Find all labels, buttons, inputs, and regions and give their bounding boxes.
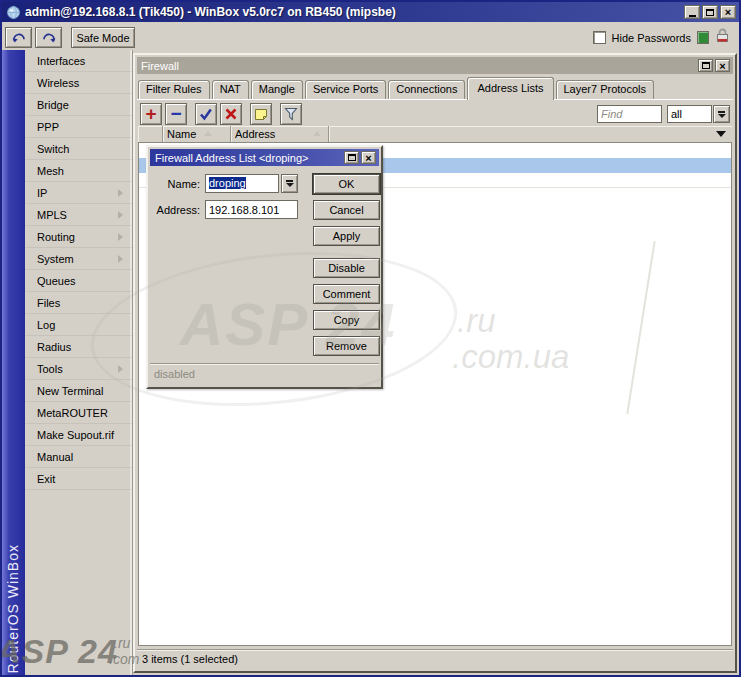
comment-button[interactable]	[250, 103, 272, 125]
menu-label: Manual	[37, 451, 73, 463]
menu-label: New Terminal	[37, 385, 103, 397]
dialog-close-button[interactable]: ×	[361, 151, 376, 164]
sidebar-item-system[interactable]: System	[25, 248, 132, 270]
sidebar-item-exit[interactable]: Exit	[25, 468, 132, 490]
enable-button[interactable]	[195, 103, 217, 125]
sort-asc-icon	[313, 131, 321, 136]
restore-icon	[348, 154, 356, 161]
minimize-icon	[689, 15, 696, 17]
menu-label: Wireless	[37, 77, 79, 89]
tab-service-ports[interactable]: Service Ports	[305, 80, 386, 99]
list-filter-dropdown-button[interactable]	[713, 105, 730, 123]
close-icon: ×	[725, 7, 731, 17]
sidebar-brand-strip: RouterOS WinBox	[2, 50, 25, 675]
sidebar-menu: Interfaces Wireless Bridge PPP Switch Me…	[25, 50, 133, 675]
sort-asc-icon	[204, 131, 212, 136]
firewall-restore-button[interactable]	[698, 59, 713, 72]
disable-button[interactable]	[220, 103, 242, 125]
column-picker-icon[interactable]	[716, 131, 726, 137]
hide-passwords-label: Hide Passwords	[612, 32, 691, 44]
name-dropdown-button[interactable]	[281, 174, 298, 193]
sidebar-item-new-terminal[interactable]: New Terminal	[25, 380, 132, 402]
sidebar-item-mesh[interactable]: Mesh	[25, 160, 132, 182]
cancel-button[interactable]: Cancel	[313, 200, 380, 220]
address-label: Address:	[152, 204, 200, 216]
tab-mangle[interactable]: Mangle	[251, 80, 303, 99]
copy-button[interactable]: Copy	[313, 310, 380, 330]
firewall-close-button[interactable]: ×	[715, 59, 730, 72]
list-filter-select[interactable]: all	[667, 105, 712, 123]
sidebar-item-routing[interactable]: Routing	[25, 226, 132, 248]
sidebar-item-ip[interactable]: IP	[25, 182, 132, 204]
sidebar-item-make-supout[interactable]: Make Supout.rif	[25, 424, 132, 446]
main-titlebar: admin@192.168.8.1 (Tik450) - WinBox v5.0…	[2, 2, 739, 22]
undo-button[interactable]	[5, 27, 32, 48]
name-label: Name:	[152, 178, 200, 190]
menu-label: System	[37, 253, 74, 265]
tab-connections[interactable]: Connections	[388, 80, 465, 99]
routeros-winbox-brand: RouterOS WinBox	[5, 544, 21, 673]
menu-label: Routing	[37, 231, 75, 243]
dropdown-arrow-icon	[286, 180, 294, 187]
column-flags[interactable]	[138, 126, 163, 142]
sidebar-item-interfaces[interactable]: Interfaces	[25, 50, 132, 72]
find-input[interactable]	[597, 105, 662, 123]
window-controls: ×	[684, 5, 736, 19]
ok-button[interactable]: OK	[313, 174, 380, 194]
address-list-dialog: Firewall Address List <droping> × Name: …	[146, 145, 383, 389]
column-filler	[329, 126, 732, 142]
minimize-button[interactable]	[684, 5, 700, 19]
main-toolbar: Safe Mode Hide Passwords	[2, 22, 739, 50]
safe-mode-button[interactable]: Safe Mode	[71, 27, 135, 48]
tab-address-lists[interactable]: Address Lists	[467, 77, 553, 100]
tab-nat[interactable]: NAT	[212, 80, 249, 99]
name-input[interactable]: droping	[205, 174, 279, 193]
sidebar-item-wireless[interactable]: Wireless	[25, 72, 132, 94]
submenu-arrow-icon	[118, 255, 123, 263]
close-button[interactable]: ×	[720, 5, 736, 19]
winbox-main-window: admin@192.168.8.1 (Tik450) - WinBox v5.0…	[0, 0, 741, 677]
undo-icon	[11, 30, 27, 46]
window-title: admin@192.168.8.1 (Tik450) - WinBox v5.0…	[25, 5, 684, 19]
dialog-restore-button[interactable]	[344, 151, 359, 164]
menu-label: Interfaces	[37, 55, 85, 67]
sidebar-item-bridge[interactable]: Bridge	[25, 94, 132, 116]
note-icon	[253, 106, 269, 122]
menu-label: MetaROUTER	[37, 407, 108, 419]
hide-passwords-checkbox[interactable]	[593, 31, 606, 44]
column-address[interactable]: Address	[231, 126, 329, 142]
filter-button[interactable]	[280, 103, 302, 125]
submenu-arrow-icon	[118, 211, 123, 219]
sidebar-item-mpls[interactable]: MPLS	[25, 204, 132, 226]
firewall-titlebar: Firewall ×	[137, 57, 733, 74]
sidebar-item-files[interactable]: Files	[25, 292, 132, 314]
sidebar-item-queues[interactable]: Queues	[25, 270, 132, 292]
menu-label: Mesh	[37, 165, 64, 177]
disable-entry-button[interactable]: Disable	[313, 258, 380, 278]
sidebar-item-switch[interactable]: Switch	[25, 138, 132, 160]
name-value-selected: droping	[209, 177, 246, 189]
sidebar-item-metarouter[interactable]: MetaROUTER	[25, 402, 132, 424]
menu-label: Make Supout.rif	[37, 429, 114, 441]
column-name[interactable]: Name	[163, 126, 231, 142]
add-button[interactable]: +	[140, 103, 162, 125]
tab-layer7-protocols[interactable]: Layer7 Protocols	[556, 80, 655, 99]
apply-button[interactable]: Apply	[313, 226, 380, 246]
cross-icon	[223, 106, 239, 122]
sidebar-item-manual[interactable]: Manual	[25, 446, 132, 468]
submenu-arrow-icon	[118, 233, 123, 241]
remove-entry-button[interactable]: Remove	[313, 336, 380, 356]
remove-button[interactable]: −	[165, 103, 187, 125]
sidebar-item-ppp[interactable]: PPP	[25, 116, 132, 138]
sidebar-item-log[interactable]: Log	[25, 314, 132, 336]
sidebar-item-radius[interactable]: Radius	[25, 336, 132, 358]
column-address-label: Address	[235, 128, 275, 140]
column-name-label: Name	[167, 128, 196, 140]
tab-filter-rules[interactable]: Filter Rules	[138, 80, 210, 99]
redo-button[interactable]	[35, 27, 62, 48]
maximize-icon	[706, 9, 714, 16]
comment-entry-button[interactable]: Comment	[313, 284, 380, 304]
maximize-button[interactable]	[702, 5, 718, 19]
sidebar-item-tools[interactable]: Tools	[25, 358, 132, 380]
address-input[interactable]	[205, 200, 298, 219]
